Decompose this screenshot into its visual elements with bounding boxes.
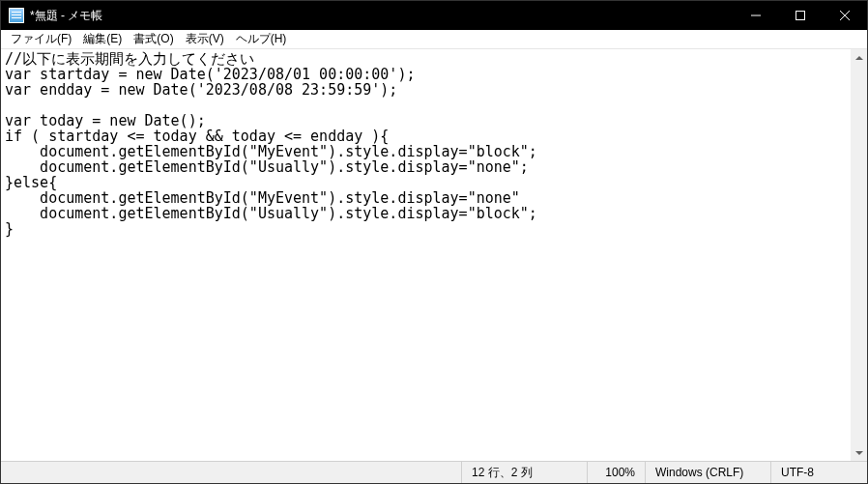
text-editor[interactable]: //以下に表示期間を入力してください var startday = new Da… (1, 49, 851, 461)
status-encoding: UTF-8 (770, 462, 867, 483)
chevron-down-icon (855, 451, 863, 455)
chevron-up-icon (855, 56, 863, 60)
menu-file[interactable]: ファイル(F) (5, 30, 77, 48)
minimize-icon (751, 11, 761, 20)
editor-area: //以下に表示期間を入力してください var startday = new Da… (1, 49, 867, 461)
scroll-track[interactable] (851, 66, 867, 444)
menubar: ファイル(F) 編集(E) 書式(O) 表示(V) ヘルプ(H) (1, 30, 867, 49)
menu-format[interactable]: 書式(O) (128, 30, 179, 48)
menu-edit[interactable]: 編集(E) (77, 30, 128, 48)
status-empty (1, 462, 461, 483)
close-icon (840, 11, 850, 20)
scroll-up-button[interactable] (851, 49, 867, 66)
status-eol: Windows (CRLF) (645, 462, 770, 483)
statusbar: 12 行、2 列 100% Windows (CRLF) UTF-8 (1, 461, 867, 483)
status-position: 12 行、2 列 (461, 462, 587, 483)
titlebar[interactable]: *無題 - メモ帳 (1, 1, 867, 30)
notepad-icon (9, 8, 24, 23)
svg-rect-0 (796, 12, 805, 20)
maximize-icon (796, 11, 805, 20)
notepad-window: *無題 - メモ帳 ファイル(F) 編集(E) 書式(O) 表示(V) ヘルプ(… (0, 0, 868, 484)
menu-help[interactable]: ヘルプ(H) (230, 30, 293, 48)
menu-view[interactable]: 表示(V) (180, 30, 230, 48)
vertical-scrollbar[interactable] (851, 49, 867, 461)
maximize-button[interactable] (778, 1, 823, 30)
status-zoom: 100% (587, 462, 645, 483)
scroll-down-button[interactable] (851, 444, 867, 461)
minimize-button[interactable] (734, 1, 778, 30)
window-title: *無題 - メモ帳 (30, 8, 102, 24)
close-button[interactable] (823, 1, 867, 30)
